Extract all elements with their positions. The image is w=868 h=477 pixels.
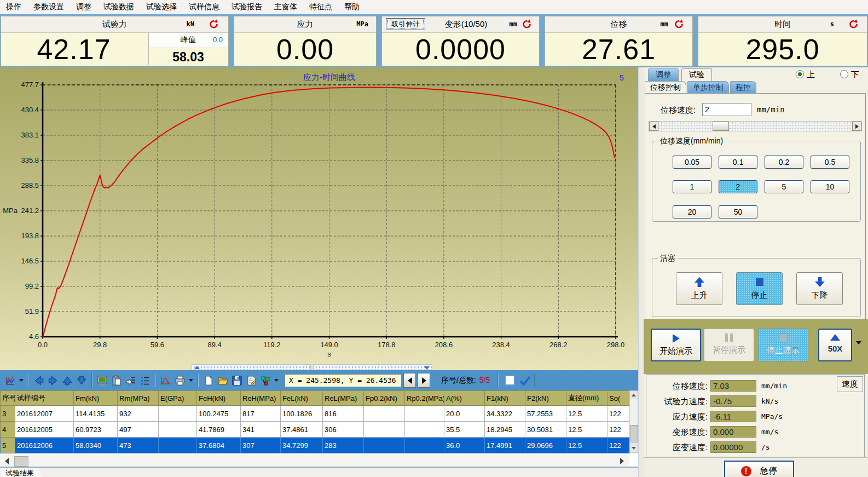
graph-type-caret-icon[interactable] (19, 379, 24, 382)
speed-preset-10[interactable]: 10 (811, 180, 849, 193)
export-caret-icon[interactable] (274, 379, 279, 382)
piston-down-button[interactable]: 下降 (796, 272, 843, 305)
radio-up-icon (796, 70, 804, 78)
chart-splitter[interactable] (192, 364, 432, 370)
pause-demo-button[interactable]: 暂停演示 (704, 329, 754, 361)
time-panel-header: 时间 s (698, 16, 867, 33)
table-cell: 60.9723 (74, 422, 118, 438)
extensometer-button[interactable]: 取引伸计 (386, 18, 425, 30)
stop-demo-button[interactable]: 停止演示 (758, 329, 808, 361)
menu-item-试验数据[interactable]: 试验数据 (97, 2, 140, 12)
column-header: F1(kN) (485, 391, 525, 406)
print-button[interactable] (173, 373, 187, 388)
emergency-stop-button[interactable]: 急停 (724, 461, 794, 477)
splitter-expand-handle[interactable] (313, 364, 432, 370)
menu-item-试样信息[interactable]: 试样信息 (183, 2, 225, 12)
tab-test-results[interactable]: 试验结果 (1, 468, 43, 477)
prev-point-button[interactable] (403, 373, 416, 388)
start-demo-button[interactable]: 开始演示 (651, 329, 701, 361)
radio-down-option[interactable]: 下 (840, 70, 859, 80)
slider-decrease-button[interactable] (649, 122, 658, 131)
subtab-displacement-control[interactable]: 位移控制 (645, 81, 686, 94)
nav-down-button[interactable] (74, 373, 89, 388)
graph-type-button[interactable] (3, 373, 18, 388)
stress-panel: 应力 MPa 0.00 (234, 16, 377, 66)
print-caret-icon[interactable] (189, 379, 193, 382)
slider-thumb[interactable] (713, 122, 729, 131)
speed-input[interactable] (702, 103, 751, 116)
scroll-up-button[interactable] (630, 391, 638, 399)
point-picker-button[interactable] (124, 373, 138, 388)
time-refresh-icon[interactable] (848, 19, 859, 30)
menu-item-试验选择[interactable]: 试验选择 (140, 2, 183, 12)
speed-preset-0.05[interactable]: 0.05 (673, 156, 711, 169)
deform-panel-header: 取引伸计 变形(10/50) mm (382, 16, 539, 33)
svg-text:477.7: 477.7 (21, 81, 39, 89)
table-horizontal-scrollbar[interactable] (0, 455, 629, 467)
menu-item-帮助[interactable]: 帮助 (338, 2, 366, 12)
horizontal-scroll-thumb[interactable] (14, 456, 28, 467)
monitor-icon (97, 375, 108, 386)
table-row[interactable]: 520161200658.034047337.680430734.7299283… (1, 438, 630, 453)
check-mark-icon[interactable] (518, 374, 531, 387)
demo-speed-button[interactable]: 50X (818, 329, 852, 361)
table-vertical-scrollbar[interactable] (629, 390, 638, 453)
displacement-refresh-icon[interactable] (674, 19, 685, 30)
scroll-left-button[interactable] (1, 456, 12, 465)
speed-preset-20[interactable]: 20 (673, 205, 711, 219)
tab-test[interactable]: 试验 (681, 68, 712, 82)
scroll-right-button[interactable] (616, 456, 627, 465)
toolbar-separator (534, 373, 535, 387)
toolbar-separator (497, 373, 499, 387)
save-button[interactable] (230, 373, 244, 388)
deform-refresh-icon[interactable] (522, 19, 533, 30)
splitter-collapse-handle[interactable] (192, 364, 311, 370)
table-row[interactable]: 3201612007114.4135932100.2475817100.1826… (1, 406, 630, 422)
open-file-button[interactable] (216, 373, 230, 388)
new-file-button[interactable] (201, 373, 216, 388)
vertical-scroll-thumb[interactable] (630, 425, 638, 442)
table-row[interactable]: 420161200560.972349741.786934137.4861306… (1, 422, 630, 438)
speed-preset-0.1[interactable]: 0.1 (719, 156, 757, 169)
point-picker-icon (125, 375, 136, 386)
select-checkbox[interactable] (505, 375, 515, 386)
list-button[interactable] (138, 373, 152, 388)
piston-up-button[interactable]: 上升 (676, 272, 722, 305)
table-cell: 201612006 (15, 438, 74, 453)
tab-adjust[interactable]: 调整 (648, 68, 679, 82)
curve-window-button[interactable] (159, 373, 173, 388)
speed-slider[interactable] (649, 121, 862, 131)
report-button[interactable] (244, 373, 258, 388)
svg-text:MPa: MPa (3, 206, 18, 215)
export-data-button[interactable] (258, 373, 273, 388)
menu-item-特征点[interactable]: 特征点 (303, 2, 338, 12)
demo-speed-caret-icon[interactable] (856, 341, 861, 344)
slider-increase-button[interactable] (852, 122, 861, 131)
piston-stop-button[interactable]: 停止 (736, 272, 783, 305)
speed-preset-5[interactable]: 5 (765, 180, 803, 193)
next-point-button[interactable] (418, 373, 430, 388)
subtab-program-control[interactable]: 程控 (730, 81, 756, 94)
monitor-button[interactable] (95, 373, 109, 388)
table-cell: 201612005 (15, 422, 74, 438)
scroll-down-button[interactable] (630, 444, 638, 452)
paste-button[interactable] (109, 373, 124, 388)
menu-item-主窗体[interactable]: 主窗体 (268, 2, 303, 12)
speed-preset-1[interactable]: 1 (673, 180, 711, 193)
menu-item-操作[interactable]: 操作 (0, 2, 27, 12)
nav-right-button[interactable] (46, 373, 60, 388)
menu-item-试验报告[interactable]: 试验报告 (225, 2, 268, 12)
demo-speed-label: 50X (819, 344, 851, 353)
nav-up-button[interactable] (60, 373, 74, 388)
subtab-step-control[interactable]: 单步控制 (687, 81, 729, 94)
force-refresh-icon[interactable] (209, 19, 219, 30)
speed-preset-50[interactable]: 50 (719, 205, 757, 219)
speed-preset-0.2[interactable]: 0.2 (765, 156, 803, 169)
menu-item-调整[interactable]: 调整 (70, 2, 97, 12)
radio-up-option[interactable]: 上 (796, 70, 815, 80)
speed-preset-0.5[interactable]: 0.5 (811, 156, 849, 169)
speed-preset-2[interactable]: 2 (719, 180, 757, 193)
stress-time-chart[interactable]: 应力-时间曲线 5 477.7430.4383.1335.8288.5241.2… (0, 67, 638, 370)
menu-item-参数设置[interactable]: 参数设置 (27, 2, 70, 12)
nav-left-button[interactable] (32, 373, 46, 388)
